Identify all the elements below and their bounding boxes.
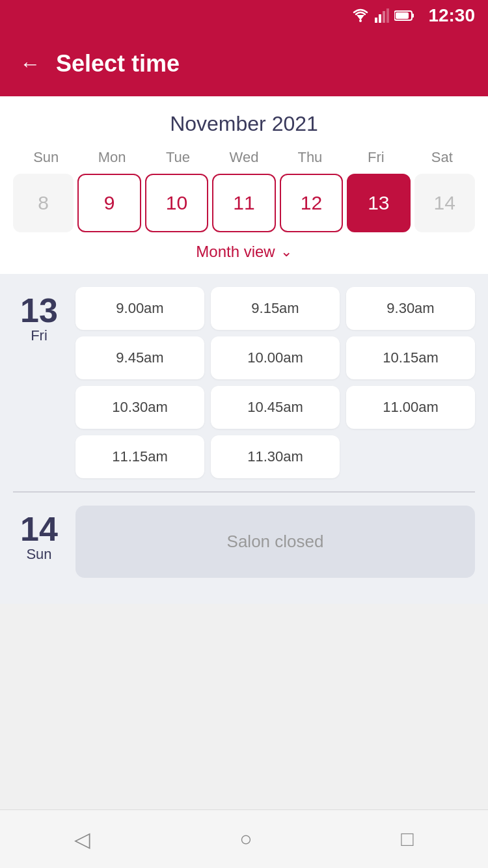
bottom-navigation: ◁ ○ □ xyxy=(0,809,488,868)
nav-recent-button[interactable]: □ xyxy=(401,827,413,851)
calendar-row: 8 9 10 11 12 13 14 xyxy=(13,174,475,232)
month-view-toggle[interactable]: Month view ⌄ xyxy=(13,232,475,264)
slot-915am[interactable]: 9.15am xyxy=(211,287,340,330)
svg-rect-3 xyxy=(379,14,381,23)
status-time: 12:30 xyxy=(428,5,475,26)
salon-closed-text: Salon closed xyxy=(227,532,324,552)
month-year-title: November 2021 xyxy=(13,112,475,136)
svg-marker-0 xyxy=(357,15,364,20)
status-icons xyxy=(351,8,415,23)
svg-rect-7 xyxy=(412,14,414,18)
day-label-13: 13 Fri xyxy=(13,287,65,478)
cal-cell-10[interactable]: 10 xyxy=(145,174,208,232)
cal-cell-9[interactable]: 9 xyxy=(77,174,141,232)
calendar-section: November 2021 Sun Mon Tue Wed Thu Fri Sa… xyxy=(0,96,488,274)
back-button[interactable]: ← xyxy=(20,53,40,74)
day-header-wed: Wed xyxy=(211,149,277,166)
svg-rect-2 xyxy=(375,18,377,23)
day-header-sun: Sun xyxy=(13,149,79,166)
wifi-icon xyxy=(351,8,370,23)
day-header-thu: Thu xyxy=(277,149,343,166)
day-header-fri: Fri xyxy=(343,149,409,166)
signal-icon xyxy=(375,8,389,23)
day-name-14: Sun xyxy=(26,546,51,563)
slot-1130am[interactable]: 11.30am xyxy=(211,435,340,478)
day-block-14: 14 Sun Salon closed xyxy=(13,506,475,578)
slot-930am[interactable]: 9.30am xyxy=(346,287,475,330)
svg-rect-4 xyxy=(383,11,385,23)
slot-1030am[interactable]: 10.30am xyxy=(75,386,204,429)
svg-rect-5 xyxy=(386,8,389,23)
slot-900am[interactable]: 9.00am xyxy=(75,287,204,330)
day-number-14: 14 xyxy=(20,512,58,546)
battery-icon xyxy=(394,10,415,21)
cal-cell-14[interactable]: 14 xyxy=(414,174,475,232)
slots-grid-13: 9.00am 9.15am 9.30am 9.45am 10.00am 10.1… xyxy=(75,287,475,478)
status-bar: 12:30 xyxy=(0,0,488,31)
day-name-13: Fri xyxy=(31,327,47,344)
slot-1115am[interactable]: 11.15am xyxy=(75,435,204,478)
month-view-label: Month view xyxy=(196,243,275,261)
day-headers: Sun Mon Tue Wed Thu Fri Sat xyxy=(13,149,475,166)
page-title: Select time xyxy=(56,50,180,77)
day-header-tue: Tue xyxy=(145,149,211,166)
day-block-13: 13 Fri 9.00am 9.15am 9.30am 9.45am 10.00… xyxy=(13,287,475,478)
slot-1100am[interactable]: 11.00am xyxy=(346,386,475,429)
nav-home-button[interactable]: ○ xyxy=(239,827,252,851)
cal-cell-11[interactable]: 11 xyxy=(212,174,275,232)
day-header-mon: Mon xyxy=(79,149,144,166)
slot-1045am[interactable]: 10.45am xyxy=(211,386,340,429)
chevron-down-icon: ⌄ xyxy=(280,243,292,260)
slot-945am[interactable]: 9.45am xyxy=(75,336,204,379)
app-header: ← Select time xyxy=(0,31,488,96)
slot-1015am[interactable]: 10.15am xyxy=(346,336,475,379)
svg-rect-8 xyxy=(396,12,409,19)
salon-closed-box: Salon closed xyxy=(75,506,475,578)
cal-cell-8[interactable]: 8 xyxy=(13,174,74,232)
time-slots-section: 13 Fri 9.00am 9.15am 9.30am 9.45am 10.00… xyxy=(0,274,488,604)
slot-1000am[interactable]: 10.00am xyxy=(211,336,340,379)
day-label-14: 14 Sun xyxy=(13,506,65,578)
day-header-sat: Sat xyxy=(409,149,475,166)
cal-cell-12[interactable]: 12 xyxy=(280,174,343,232)
svg-point-1 xyxy=(359,20,362,22)
cal-cell-13[interactable]: 13 xyxy=(347,174,410,232)
day-number-13: 13 xyxy=(20,293,58,327)
nav-back-button[interactable]: ◁ xyxy=(74,827,90,852)
section-divider xyxy=(13,491,475,493)
